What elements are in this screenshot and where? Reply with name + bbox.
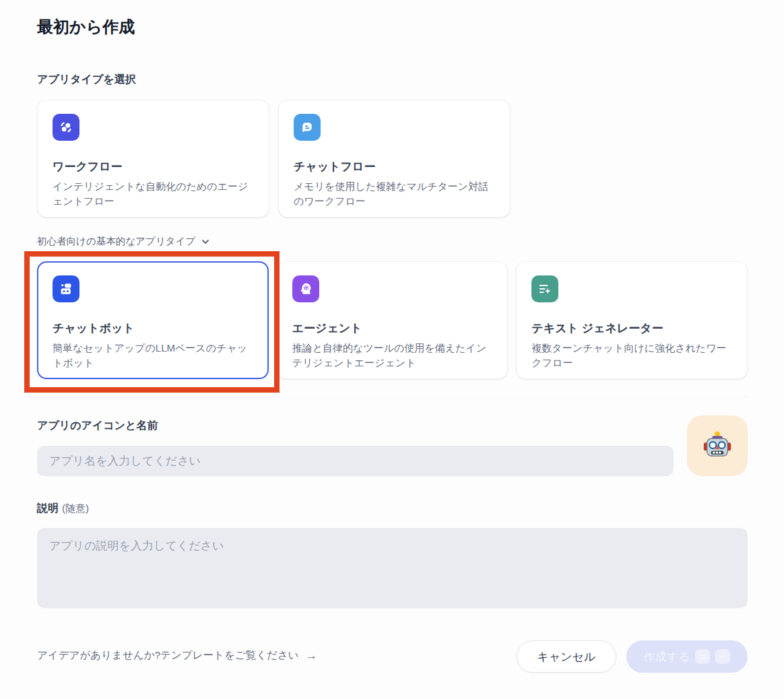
create-app-dialog: 最初から作成 アプリタイプを選択 ワークフロー インテリジェントな自動化のための…	[0, 0, 784, 699]
enter-key-icon: ↵	[715, 649, 730, 664]
cancel-button[interactable]: キャンセル	[517, 640, 616, 673]
dialog-title: 最初から作成	[37, 16, 135, 38]
card-description: 簡単なセットアップのLLMベースのチャットボット	[53, 341, 253, 370]
arrow-right-icon: →	[306, 649, 317, 663]
app-type-card-chatflow[interactable]: チャットフロー メモリを使用した複雑なマルチターン対話のワークフロー	[278, 100, 511, 218]
description-optional-label: (随意)	[62, 502, 89, 514]
chevron-down-icon	[200, 236, 211, 247]
beginner-types-label: 初心者向けの基本的なアプリタイプ	[37, 235, 195, 248]
card-title: テキスト ジェネレーター	[531, 321, 732, 336]
app-type-row-beginner: チャットボット 簡単なセットアップのLLMベースのチャットボット エージェント …	[37, 261, 748, 379]
card-title: チャットフロー	[294, 159, 495, 174]
robot-emoji-icon	[701, 430, 733, 462]
workflow-icon	[53, 114, 79, 141]
beginner-types-toggle[interactable]: 初心者向けの基本的なアプリタイプ	[37, 235, 211, 248]
card-description: メモリを使用した複雑なマルチターン対話のワークフロー	[294, 179, 495, 209]
app-type-card-workflow[interactable]: ワークフロー インテリジェントな自動化のためのエージェントフロー	[37, 100, 269, 218]
description-section-label: 説明(随意)	[37, 502, 89, 516]
app-icon-picker[interactable]	[687, 415, 748, 476]
app-name-input[interactable]	[37, 446, 674, 476]
app-type-card-text-generator[interactable]: テキスト ジェネレーター 複数ターンチャット向けに強化されたワークフロー	[516, 261, 748, 379]
app-type-card-agent[interactable]: エージェント 推論と自律的なツールの使用を備えたインテリジェントエージェント	[277, 261, 509, 379]
card-title: チャットボット	[53, 321, 253, 336]
description-label-text: 説明	[37, 502, 59, 514]
create-button-label: 作成する	[644, 649, 690, 665]
card-description: 複数ターンチャット向けに強化されたワークフロー	[531, 341, 732, 370]
divider	[17, 397, 748, 397]
templates-link-text: アイデアがありませんか?テンプレートをご覧ください	[37, 648, 299, 663]
app-type-row-advanced: ワークフロー インテリジェントな自動化のためのエージェントフロー チャットフロー…	[37, 100, 511, 218]
chatflow-icon	[294, 114, 321, 141]
app-type-card-chatbot[interactable]: チャットボット 簡単なセットアップのLLMベースのチャットボット	[37, 261, 269, 379]
app-type-section-label: アプリタイプを選択	[37, 73, 136, 87]
text-generator-icon	[531, 275, 558, 302]
app-description-textarea[interactable]	[37, 528, 748, 608]
create-button[interactable]: 作成する ⌘ ↵	[626, 640, 748, 673]
card-title: エージェント	[292, 321, 493, 336]
chatbot-icon	[53, 275, 79, 302]
card-description: 推論と自律的なツールの使用を備えたインテリジェントエージェント	[292, 341, 493, 370]
card-description: インテリジェントな自動化のためのエージェントフロー	[53, 179, 254, 209]
agent-icon	[292, 275, 319, 302]
templates-link[interactable]: アイデアがありませんか?テンプレートをご覧ください →	[37, 648, 317, 663]
card-title: ワークフロー	[53, 159, 254, 174]
cmd-key-icon: ⌘	[695, 649, 710, 664]
app-name-section-label: アプリのアイコンと名前	[37, 419, 158, 433]
